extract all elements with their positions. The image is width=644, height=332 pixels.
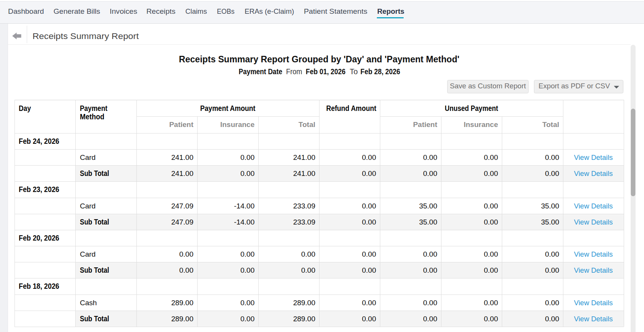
svg-text:Feb 01, 2026: Feb 01, 2026 (306, 67, 346, 76)
svg-text:0.00: 0.00 (362, 250, 376, 258)
svg-text:View Details: View Details (574, 202, 613, 210)
svg-text:Insurance: Insurance (464, 120, 498, 129)
svg-text:Invoices: Invoices (110, 7, 137, 15)
svg-text:Insurance: Insurance (220, 120, 255, 129)
svg-text:0.00: 0.00 (240, 299, 255, 307)
svg-text:0.00: 0.00 (423, 250, 437, 258)
svg-text:-14.00: -14.00 (234, 202, 255, 210)
svg-text:Generate Bills: Generate Bills (54, 7, 100, 15)
svg-text:241.00: 241.00 (293, 169, 315, 177)
svg-text:Day: Day (19, 104, 31, 112)
svg-text:Reports: Reports (377, 7, 404, 15)
svg-text:Unused Payment: Unused Payment (445, 104, 498, 112)
svg-text:0.00: 0.00 (545, 153, 559, 161)
svg-text:Total: Total (298, 120, 315, 129)
svg-text:Dashboard: Dashboard (8, 7, 44, 15)
svg-text:Receipts Summary Report: Receipts Summary Report (32, 31, 139, 41)
svg-text:0.00: 0.00 (362, 315, 376, 323)
svg-text:Receipts Summary Report Groupe: Receipts Summary Report Grouped by 'Day'… (179, 54, 459, 64)
svg-text:Feb 28, 2026: Feb 28, 2026 (360, 67, 400, 76)
svg-text:Sub Total: Sub Total (80, 314, 109, 323)
svg-text:Patient Statements: Patient Statements (304, 7, 367, 15)
svg-text:Sub Total: Sub Total (80, 266, 109, 274)
svg-text:0.00: 0.00 (545, 169, 559, 177)
svg-text:View Details: View Details (574, 266, 613, 274)
svg-text:0.00: 0.00 (179, 250, 193, 258)
svg-text:-14.00: -14.00 (234, 218, 255, 226)
svg-text:Feb 23, 2026: Feb 23, 2026 (19, 185, 59, 194)
svg-text:0.00: 0.00 (362, 266, 376, 274)
svg-text:0.00: 0.00 (484, 218, 498, 226)
svg-text:Card: Card (80, 202, 96, 210)
svg-text:Patient: Patient (413, 120, 438, 129)
svg-text:Claims: Claims (185, 7, 207, 15)
svg-text:0.00: 0.00 (362, 169, 376, 177)
svg-text:0.00: 0.00 (240, 169, 255, 177)
svg-text:247.09: 247.09 (171, 218, 193, 226)
svg-text:0.00: 0.00 (484, 299, 498, 307)
svg-text:View Details: View Details (574, 315, 613, 323)
svg-text:View Details: View Details (574, 250, 613, 258)
svg-text:289.00: 289.00 (171, 299, 193, 307)
svg-text:247.09: 247.09 (171, 202, 193, 210)
svg-text:Receipts: Receipts (146, 7, 175, 15)
svg-text:0.00: 0.00 (301, 266, 315, 274)
svg-text:Feb 20, 2026: Feb 20, 2026 (19, 234, 59, 242)
svg-text:Total: Total (542, 120, 559, 129)
svg-text:289.00: 289.00 (293, 299, 315, 307)
svg-text:0.00: 0.00 (240, 153, 255, 161)
svg-text:Payment Date: Payment Date (239, 67, 282, 76)
svg-text:Patient: Patient (169, 120, 194, 129)
svg-text:0.00: 0.00 (423, 315, 437, 323)
svg-text:ERAs (e-Claim): ERAs (e-Claim) (245, 7, 294, 15)
svg-text:Method: Method (80, 112, 104, 121)
svg-text:0.00: 0.00 (362, 299, 376, 307)
svg-text:0.00: 0.00 (545, 299, 559, 307)
svg-text:From: From (286, 67, 302, 76)
svg-text:To: To (350, 67, 358, 76)
svg-text:EOBs: EOBs (217, 7, 235, 15)
svg-text:0.00: 0.00 (545, 250, 559, 258)
svg-text:Card: Card (80, 153, 96, 161)
svg-text:241.00: 241.00 (293, 153, 315, 161)
svg-text:Cash: Cash (80, 299, 97, 307)
svg-text:0.00: 0.00 (240, 266, 255, 274)
svg-text:0.00: 0.00 (545, 315, 559, 323)
svg-text:0.00: 0.00 (484, 315, 498, 323)
svg-text:Feb 18, 2026: Feb 18, 2026 (19, 282, 59, 290)
svg-text:241.00: 241.00 (171, 153, 193, 161)
svg-text:Payment Amount: Payment Amount (200, 104, 256, 112)
svg-text:233.09: 233.09 (293, 202, 315, 210)
svg-text:View Details: View Details (574, 153, 613, 161)
svg-text:0.00: 0.00 (484, 266, 498, 274)
svg-text:0.00: 0.00 (545, 266, 559, 274)
svg-text:0.00: 0.00 (301, 250, 315, 258)
svg-text:Save as Custom Report: Save as Custom Report (450, 82, 526, 90)
svg-text:Feb 24, 2026: Feb 24, 2026 (19, 137, 59, 145)
svg-text:Refund Amount: Refund Amount (326, 104, 376, 112)
svg-text:0.00: 0.00 (362, 202, 376, 210)
svg-text:View Details: View Details (574, 218, 613, 226)
svg-text:Payment: Payment (80, 104, 107, 112)
svg-text:Sub Total: Sub Total (80, 169, 109, 177)
svg-text:Sub Total: Sub Total (80, 218, 109, 226)
svg-text:0.00: 0.00 (423, 266, 437, 274)
svg-text:35.00: 35.00 (419, 218, 437, 226)
svg-text:35.00: 35.00 (541, 202, 559, 210)
svg-text:0.00: 0.00 (179, 266, 193, 274)
svg-text:0.00: 0.00 (423, 299, 437, 307)
svg-text:35.00: 35.00 (419, 202, 437, 210)
svg-text:289.00: 289.00 (293, 315, 315, 323)
svg-text:0.00: 0.00 (362, 218, 376, 226)
svg-text:0.00: 0.00 (484, 153, 498, 161)
svg-text:233.09: 233.09 (293, 218, 315, 226)
svg-text:View Details: View Details (574, 299, 613, 307)
svg-text:0.00: 0.00 (240, 250, 255, 258)
svg-text:Card: Card (80, 250, 96, 258)
svg-text:289.00: 289.00 (171, 315, 193, 323)
svg-text:241.00: 241.00 (171, 169, 193, 177)
svg-text:0.00: 0.00 (423, 169, 437, 177)
svg-text:35.00: 35.00 (541, 218, 559, 226)
svg-text:0.00: 0.00 (362, 153, 376, 161)
svg-text:0.00: 0.00 (240, 315, 255, 323)
